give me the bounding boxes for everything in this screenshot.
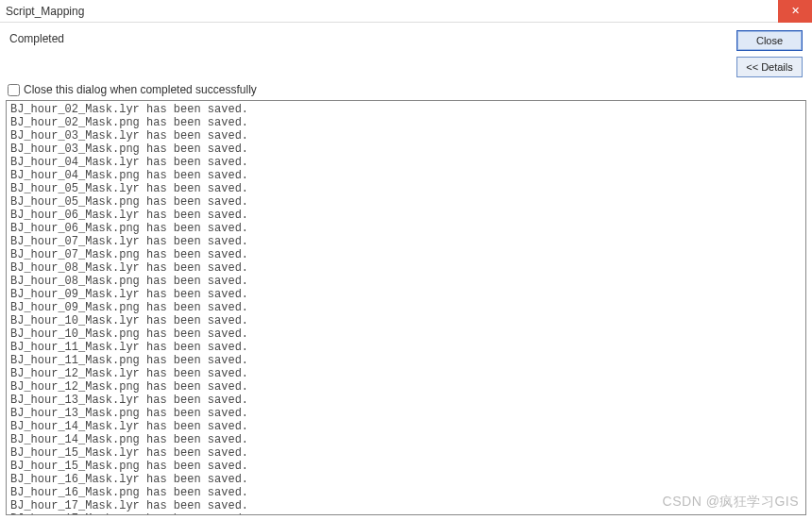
- log-line: BJ_hour_17_Mask.png has been saved.: [10, 512, 802, 514]
- log-line: BJ_hour_06_Mask.png has been saved.: [10, 222, 802, 235]
- log-line: BJ_hour_15_Mask.lyr has been saved.: [10, 446, 802, 460]
- auto-close-checkbox-row[interactable]: Close this dialog when completed success…: [0, 81, 812, 100]
- log-line: BJ_hour_06_Mask.lyr has been saved.: [10, 209, 802, 222]
- log-line: BJ_hour_16_Mask.lyr has been saved.: [10, 473, 802, 486]
- close-button[interactable]: Close: [736, 30, 803, 51]
- button-stack: Close << Details: [736, 30, 803, 77]
- details-button[interactable]: << Details: [736, 57, 803, 77]
- log-line: BJ_hour_02_Mask.lyr has been saved.: [10, 103, 802, 116]
- log-line: BJ_hour_03_Mask.png has been saved.: [10, 143, 802, 156]
- log-line: BJ_hour_02_Mask.png has been saved.: [10, 116, 802, 129]
- log-line: BJ_hour_08_Mask.png has been saved.: [10, 275, 802, 288]
- log-line: BJ_hour_07_Mask.lyr has been saved.: [10, 235, 802, 248]
- log-line: BJ_hour_15_Mask.png has been saved.: [10, 460, 802, 473]
- log-panel: BJ_hour_02_Mask.lyr has been saved.BJ_ho…: [6, 100, 806, 515]
- log-line: BJ_hour_17_Mask.lyr has been saved.: [10, 499, 802, 512]
- auto-close-checkbox[interactable]: [8, 84, 20, 96]
- log-line: BJ_hour_11_Mask.png has been saved.: [10, 354, 802, 367]
- log-line: BJ_hour_13_Mask.png has been saved.: [10, 407, 802, 420]
- log-line: BJ_hour_05_Mask.lyr has been saved.: [10, 182, 802, 195]
- log-line: BJ_hour_14_Mask.png has been saved.: [10, 433, 802, 446]
- log-line: BJ_hour_08_Mask.lyr has been saved.: [10, 261, 802, 275]
- log-line: BJ_hour_12_Mask.png has been saved.: [10, 380, 802, 394]
- log-line: BJ_hour_09_Mask.png has been saved.: [10, 301, 802, 314]
- log-line: BJ_hour_13_Mask.lyr has been saved.: [10, 394, 802, 407]
- auto-close-label: Close this dialog when completed success…: [24, 83, 257, 96]
- log-line: BJ_hour_10_Mask.png has been saved.: [10, 327, 802, 341]
- log-line: BJ_hour_07_Mask.png has been saved.: [10, 248, 802, 261]
- close-icon: ✕: [791, 5, 800, 17]
- header-row: Completed Close << Details: [0, 23, 812, 81]
- window-titlebar: Script_Mapping ✕: [0, 0, 812, 23]
- status-text: Completed: [9, 30, 64, 45]
- log-line: BJ_hour_10_Mask.lyr has been saved.: [10, 314, 802, 327]
- log-line: BJ_hour_12_Mask.lyr has been saved.: [10, 367, 802, 380]
- log-line: BJ_hour_04_Mask.lyr has been saved.: [10, 156, 802, 169]
- log-line: BJ_hour_11_Mask.lyr has been saved.: [10, 341, 802, 354]
- log-line: BJ_hour_16_Mask.png has been saved.: [10, 486, 802, 499]
- log-line: BJ_hour_09_Mask.lyr has been saved.: [10, 288, 802, 301]
- window-close-icon[interactable]: ✕: [778, 0, 812, 23]
- log-output[interactable]: BJ_hour_02_Mask.lyr has been saved.BJ_ho…: [7, 101, 805, 514]
- log-line: BJ_hour_03_Mask.lyr has been saved.: [10, 129, 802, 143]
- log-line: BJ_hour_04_Mask.png has been saved.: [10, 169, 802, 182]
- window-title: Script_Mapping: [6, 5, 84, 18]
- log-line: BJ_hour_14_Mask.lyr has been saved.: [10, 420, 802, 433]
- log-line: BJ_hour_05_Mask.png has been saved.: [10, 195, 802, 209]
